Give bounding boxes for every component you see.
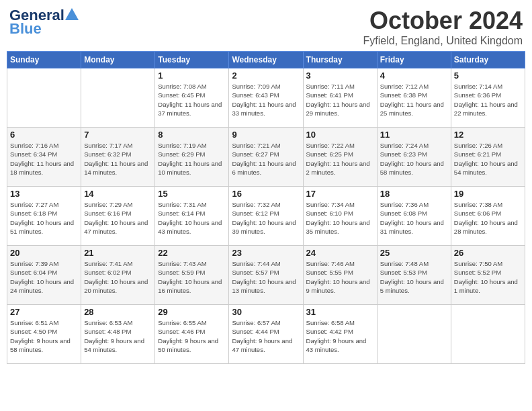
day-cell: 24Sunrise: 7:46 AM Sunset: 5:55 PM Dayli…: [303, 246, 377, 305]
day-cell: [377, 305, 451, 364]
day-cell: 19Sunrise: 7:38 AM Sunset: 6:06 PM Dayli…: [451, 187, 525, 246]
week-row-4: 20Sunrise: 7:39 AM Sunset: 6:04 PM Dayli…: [7, 246, 525, 305]
day-cell: [451, 305, 525, 364]
day-info: Sunrise: 7:12 AM Sunset: 6:38 PM Dayligh…: [380, 82, 448, 118]
day-number: 27: [10, 307, 78, 317]
day-cell: 26Sunrise: 7:50 AM Sunset: 5:52 PM Dayli…: [451, 246, 525, 305]
day-info: Sunrise: 7:08 AM Sunset: 6:45 PM Dayligh…: [158, 82, 226, 118]
month-title: October 2024: [363, 7, 523, 35]
calendar-table: SundayMondayTuesdayWednesdayThursdayFrid…: [7, 51, 525, 364]
day-info: Sunrise: 7:50 AM Sunset: 5:52 PM Dayligh…: [454, 259, 522, 295]
week-row-3: 13Sunrise: 7:27 AM Sunset: 6:18 PM Dayli…: [7, 187, 525, 246]
day-info: Sunrise: 7:24 AM Sunset: 6:23 PM Dayligh…: [380, 141, 448, 177]
day-cell: 17Sunrise: 7:34 AM Sunset: 6:10 PM Dayli…: [303, 187, 377, 246]
day-number: 24: [306, 248, 374, 258]
day-info: Sunrise: 7:41 AM Sunset: 6:02 PM Dayligh…: [84, 259, 152, 295]
day-number: 8: [158, 130, 226, 140]
day-number: 23: [232, 248, 300, 258]
day-number: 22: [158, 248, 226, 258]
day-number: 15: [158, 189, 226, 199]
day-number: 25: [380, 248, 448, 258]
location: Fyfield, England, United Kingdom: [363, 35, 523, 47]
day-cell: 5Sunrise: 7:14 AM Sunset: 6:36 PM Daylig…: [451, 68, 525, 128]
day-number: 6: [10, 130, 78, 140]
col-header-saturday: Saturday: [451, 52, 525, 68]
day-cell: [81, 68, 155, 128]
day-info: Sunrise: 6:58 AM Sunset: 4:42 PM Dayligh…: [306, 318, 374, 354]
day-number: 31: [306, 307, 374, 317]
day-number: 7: [84, 130, 152, 140]
page-header: General Blue October 2024 Fyfield, Engla…: [7, 7, 525, 47]
day-number: 3: [306, 71, 374, 81]
day-cell: 13Sunrise: 7:27 AM Sunset: 6:18 PM Dayli…: [7, 187, 81, 246]
day-info: Sunrise: 7:44 AM Sunset: 5:57 PM Dayligh…: [232, 259, 300, 295]
day-cell: 25Sunrise: 7:48 AM Sunset: 5:53 PM Dayli…: [377, 246, 451, 305]
day-number: 29: [158, 307, 226, 317]
day-info: Sunrise: 7:09 AM Sunset: 6:43 PM Dayligh…: [232, 82, 300, 118]
day-number: 28: [84, 307, 152, 317]
day-info: Sunrise: 7:48 AM Sunset: 5:53 PM Dayligh…: [380, 259, 448, 295]
header-row: SundayMondayTuesdayWednesdayThursdayFrid…: [7, 52, 525, 68]
day-cell: 16Sunrise: 7:32 AM Sunset: 6:12 PM Dayli…: [229, 187, 303, 246]
day-cell: 31Sunrise: 6:58 AM Sunset: 4:42 PM Dayli…: [303, 305, 377, 364]
day-cell: 15Sunrise: 7:31 AM Sunset: 6:14 PM Dayli…: [155, 187, 229, 246]
col-header-monday: Monday: [81, 52, 155, 68]
day-number: 18: [380, 189, 448, 199]
col-header-thursday: Thursday: [303, 52, 377, 68]
day-number: 17: [306, 189, 374, 199]
day-number: 30: [232, 307, 300, 317]
day-number: 13: [10, 189, 78, 199]
col-header-friday: Friday: [377, 52, 451, 68]
day-info: Sunrise: 7:39 AM Sunset: 6:04 PM Dayligh…: [10, 259, 78, 295]
day-cell: 21Sunrise: 7:41 AM Sunset: 6:02 PM Dayli…: [81, 246, 155, 305]
day-info: Sunrise: 6:55 AM Sunset: 4:46 PM Dayligh…: [158, 318, 226, 354]
day-number: 1: [158, 71, 226, 81]
logo: General Blue: [9, 7, 79, 38]
day-number: 14: [84, 189, 152, 199]
day-cell: 4Sunrise: 7:12 AM Sunset: 6:38 PM Daylig…: [377, 68, 451, 128]
day-cell: 28Sunrise: 6:53 AM Sunset: 4:48 PM Dayli…: [81, 305, 155, 364]
day-number: 21: [84, 248, 152, 258]
day-cell: 1Sunrise: 7:08 AM Sunset: 6:45 PM Daylig…: [155, 68, 229, 128]
day-cell: 10Sunrise: 7:22 AM Sunset: 6:25 PM Dayli…: [303, 128, 377, 187]
day-cell: 27Sunrise: 6:51 AM Sunset: 4:50 PM Dayli…: [7, 305, 81, 364]
day-number: 16: [232, 189, 300, 199]
day-cell: 2Sunrise: 7:09 AM Sunset: 6:43 PM Daylig…: [229, 68, 303, 128]
week-row-5: 27Sunrise: 6:51 AM Sunset: 4:50 PM Dayli…: [7, 305, 525, 364]
day-info: Sunrise: 7:43 AM Sunset: 5:59 PM Dayligh…: [158, 259, 226, 295]
title-block: October 2024 Fyfield, England, United Ki…: [363, 7, 523, 47]
day-info: Sunrise: 7:16 AM Sunset: 6:34 PM Dayligh…: [10, 141, 78, 177]
day-cell: 11Sunrise: 7:24 AM Sunset: 6:23 PM Dayli…: [377, 128, 451, 187]
day-info: Sunrise: 7:32 AM Sunset: 6:12 PM Dayligh…: [232, 200, 300, 236]
day-info: Sunrise: 7:14 AM Sunset: 6:36 PM Dayligh…: [454, 82, 522, 118]
day-cell: 23Sunrise: 7:44 AM Sunset: 5:57 PM Dayli…: [229, 246, 303, 305]
col-header-sunday: Sunday: [7, 52, 81, 68]
day-number: 12: [454, 130, 522, 140]
day-cell: 12Sunrise: 7:26 AM Sunset: 6:21 PM Dayli…: [451, 128, 525, 187]
day-number: 19: [454, 189, 522, 199]
week-row-1: 1Sunrise: 7:08 AM Sunset: 6:45 PM Daylig…: [7, 68, 525, 128]
day-info: Sunrise: 7:36 AM Sunset: 6:08 PM Dayligh…: [380, 200, 448, 236]
day-cell: 9Sunrise: 7:21 AM Sunset: 6:27 PM Daylig…: [229, 128, 303, 187]
day-number: 26: [454, 248, 522, 258]
day-cell: 8Sunrise: 7:19 AM Sunset: 6:29 PM Daylig…: [155, 128, 229, 187]
day-info: Sunrise: 6:51 AM Sunset: 4:50 PM Dayligh…: [10, 318, 78, 354]
week-row-2: 6Sunrise: 7:16 AM Sunset: 6:34 PM Daylig…: [7, 128, 525, 187]
day-info: Sunrise: 7:34 AM Sunset: 6:10 PM Dayligh…: [306, 200, 374, 236]
day-cell: 29Sunrise: 6:55 AM Sunset: 4:46 PM Dayli…: [155, 305, 229, 364]
day-info: Sunrise: 7:21 AM Sunset: 6:27 PM Dayligh…: [232, 141, 300, 177]
day-info: Sunrise: 7:38 AM Sunset: 6:06 PM Dayligh…: [454, 200, 522, 236]
day-info: Sunrise: 6:57 AM Sunset: 4:44 PM Dayligh…: [232, 318, 300, 354]
day-cell: 7Sunrise: 7:17 AM Sunset: 6:32 PM Daylig…: [81, 128, 155, 187]
day-cell: 18Sunrise: 7:36 AM Sunset: 6:08 PM Dayli…: [377, 187, 451, 246]
day-info: Sunrise: 7:26 AM Sunset: 6:21 PM Dayligh…: [454, 141, 522, 177]
day-number: 9: [232, 130, 300, 140]
day-info: Sunrise: 7:46 AM Sunset: 5:55 PM Dayligh…: [306, 259, 374, 295]
day-number: 5: [454, 71, 522, 81]
day-number: 10: [306, 130, 374, 140]
day-number: 20: [10, 248, 78, 258]
day-info: Sunrise: 7:29 AM Sunset: 6:16 PM Dayligh…: [84, 200, 152, 236]
svg-marker-0: [65, 8, 79, 20]
day-info: Sunrise: 7:19 AM Sunset: 6:29 PM Dayligh…: [158, 141, 226, 177]
day-number: 2: [232, 71, 300, 81]
